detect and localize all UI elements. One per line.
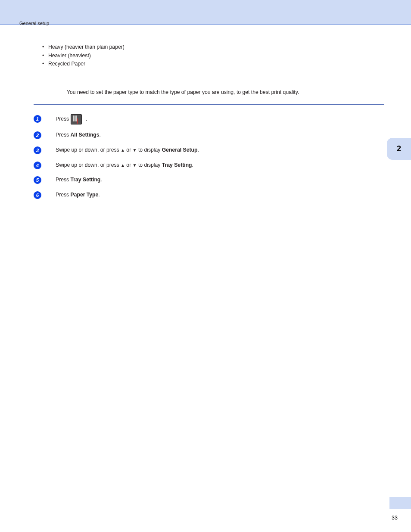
step-text: Swipe up or down, or press ▲ or ▼ to dis… (56, 161, 384, 170)
step-text-fragment: . (100, 177, 102, 183)
up-arrow-icon: ▲ (121, 146, 125, 154)
header-band (0, 0, 411, 25)
step-item: 1 Press . (34, 114, 384, 124)
step-text-fragment: . (197, 147, 199, 153)
step-text-fragment: . (100, 132, 101, 138)
step-text: Press Tray Setting. (56, 175, 384, 184)
step-text-fragment: or (125, 162, 133, 168)
down-arrow-icon: ▼ (133, 162, 137, 169)
up-arrow-icon: ▲ (121, 162, 125, 169)
step-text-bold: Tray Setting (162, 162, 192, 168)
step-text-bold: Tray Setting (71, 177, 101, 183)
step-text-fragment: Press (56, 132, 71, 138)
step-item: 6 Press Paper Type. (34, 190, 384, 199)
step-item: 2 Press All Settings. (34, 131, 384, 140)
step-text: Swipe up or down, or press ▲ or ▼ to dis… (56, 146, 384, 155)
step-number-badge: 5 (34, 176, 41, 184)
step-text-fragment: . (192, 162, 193, 168)
step-text: Press All Settings. (56, 131, 384, 140)
list-item: Heavier (heaviest) (42, 52, 384, 60)
step-number-badge: 1 (34, 115, 41, 123)
divider (34, 104, 384, 105)
list-item: Heavy (heavier than plain paper) (42, 43, 384, 52)
section-tab[interactable]: 2 (387, 138, 411, 160)
step-text-fragment: . (84, 116, 87, 122)
down-arrow-icon: ▼ (133, 146, 137, 154)
step-text-fragment: Press (56, 116, 71, 122)
step-number-badge: 3 (34, 146, 41, 154)
footer-tab (389, 497, 411, 509)
header-category: General setup (19, 21, 49, 26)
step-text-bold: Paper Type (71, 192, 99, 198)
step-item: 3 Swipe up or down, or press ▲ or ▼ to d… (34, 146, 384, 155)
step-text-fragment: Swipe up or down, or press (56, 162, 121, 168)
step-item: 4 Swipe up or down, or press ▲ or ▼ to d… (34, 161, 384, 170)
step-text: Press Paper Type. (56, 190, 384, 199)
step-number-badge: 6 (34, 191, 41, 199)
steps-list: 1 Press . 2 Press All Settings. 3 Swipe … (34, 114, 384, 199)
page-content: Heavy (heavier than plain paper) Heavier… (34, 43, 384, 205)
step-text-fragment: Press (56, 192, 71, 198)
step-number-badge: 2 (34, 131, 41, 139)
step-text-fragment: or (125, 147, 133, 153)
step-text-fragment: . (98, 192, 100, 198)
step-text-fragment: to display (137, 162, 162, 168)
paper-type-list: Heavy (heavier than plain paper) Heavier… (42, 43, 384, 68)
page-number: 33 (392, 515, 398, 521)
step-text-bold: All Settings (71, 132, 100, 138)
step-text-fragment: to display (137, 147, 162, 153)
step-text-fragment: Press (56, 177, 71, 183)
tools-icon (71, 114, 82, 124)
step-number-badge: 4 (34, 162, 41, 169)
intro-paragraph: You need to set the paper type to match … (67, 88, 384, 97)
step-text-fragment: Swipe up or down, or press (56, 147, 121, 153)
step-item: 5 Press Tray Setting. (34, 175, 384, 184)
list-item: Recycled Paper (42, 60, 384, 68)
step-text: Press . (56, 114, 384, 124)
divider (67, 79, 384, 79)
step-text-bold: General Setup (162, 147, 198, 153)
